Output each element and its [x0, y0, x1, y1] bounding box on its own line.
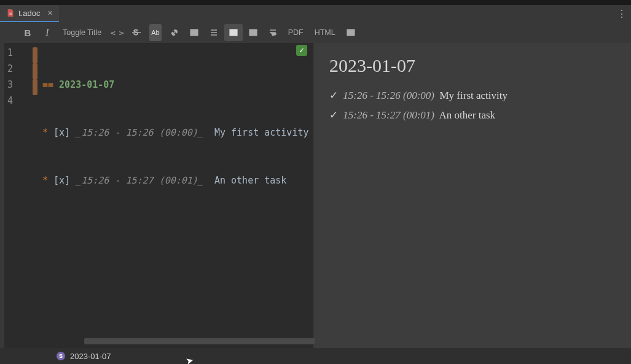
structure-badge-icon[interactable]: S [57, 352, 65, 360]
status-bar: S 2023-01-07 [0, 348, 631, 364]
toggle-title-button[interactable]: Toggle Title [58, 24, 106, 41]
line-number: 2 [4, 61, 13, 77]
bullet-marker: * [42, 175, 48, 186]
preview-time: 15:26 - 15:26 (00:00) [343, 90, 434, 101]
heading-marker: == [42, 79, 53, 90]
split-view-button[interactable] [224, 24, 243, 41]
time-range: _15:26 - 15:27 (00:01)_ [76, 175, 203, 186]
line-number: 4 [4, 93, 13, 109]
editor-tab[interactable]: t.adoc × [0, 5, 59, 22]
valid-check-icon: ✓ [296, 45, 307, 56]
file-icon [6, 9, 15, 17]
blank-line [42, 220, 313, 236]
image-button[interactable] [185, 24, 203, 41]
fold-marker-icon[interactable] [33, 63, 37, 79]
wrap-button[interactable] [264, 24, 282, 41]
preview-pane: 2023-01-07 ✓ 15:26 - 15:26 (00:00) My fi… [315, 43, 631, 348]
svg-rect-12 [347, 29, 355, 36]
code-button[interactable]: < > [108, 24, 126, 41]
editor-pane[interactable]: 1 2 3 4 == 2023-01-07 * [x] _15:26 - 15:… [0, 43, 315, 348]
task-text: My first activity [214, 127, 309, 138]
pdf-export-button[interactable]: PDF [283, 24, 308, 41]
close-icon[interactable]: × [47, 8, 52, 18]
check-icon: ✓ [329, 109, 338, 121]
line-gutter: 1 2 3 4 [4, 43, 40, 348]
checkbox-token: [x] [48, 175, 76, 186]
toolbar: B I Toggle Title < > S Ab PDF HTML [0, 22, 631, 43]
line-number: 1 [4, 45, 13, 61]
italic-button[interactable]: I [38, 24, 57, 41]
task-text: An other task [214, 175, 286, 186]
bullet-marker: * [42, 127, 48, 138]
fold-marker-icon[interactable] [33, 79, 37, 95]
html-export-button[interactable]: HTML [310, 24, 340, 41]
list-button[interactable] [205, 24, 223, 41]
fold-marker-icon[interactable] [33, 47, 37, 63]
status-breadcrumb[interactable]: 2023-01-07 [70, 352, 111, 361]
heading-text: 2023-01-07 [53, 79, 114, 90]
preview-heading: 2023-01-07 [329, 55, 616, 76]
tab-filename: t.adoc [18, 9, 40, 18]
bold-button[interactable]: B [18, 24, 37, 41]
code-area[interactable]: == 2023-01-07 * [x] _15:26 - 15:26 (00:0… [40, 43, 313, 348]
checkbox-token: [x] [48, 127, 76, 138]
horizontal-scrollbar[interactable] [84, 338, 318, 344]
line-number: 3 [4, 77, 13, 93]
highlight-button[interactable]: Ab [149, 24, 161, 41]
strikethrough-button[interactable]: S [127, 24, 146, 41]
check-icon: ✓ [329, 90, 338, 101]
link-button[interactable] [165, 24, 184, 41]
preview-item: ✓ 15:26 - 15:26 (00:00) My first activit… [329, 86, 616, 106]
more-menu-icon[interactable]: ⋮ [616, 8, 631, 20]
split-pane: 1 2 3 4 == 2023-01-07 * [x] _15:26 - 15:… [0, 43, 631, 348]
picture-button[interactable] [244, 24, 262, 41]
svg-rect-9 [233, 30, 237, 36]
table-button[interactable] [342, 24, 360, 41]
tab-bar: t.adoc × ⋮ [0, 5, 631, 22]
preview-item: ✓ 15:26 - 15:27 (00:01) An other task [329, 106, 616, 125]
preview-time: 15:26 - 15:27 (00:01) [343, 109, 434, 121]
time-range: _15:26 - 15:26 (00:00)_ [76, 127, 203, 138]
